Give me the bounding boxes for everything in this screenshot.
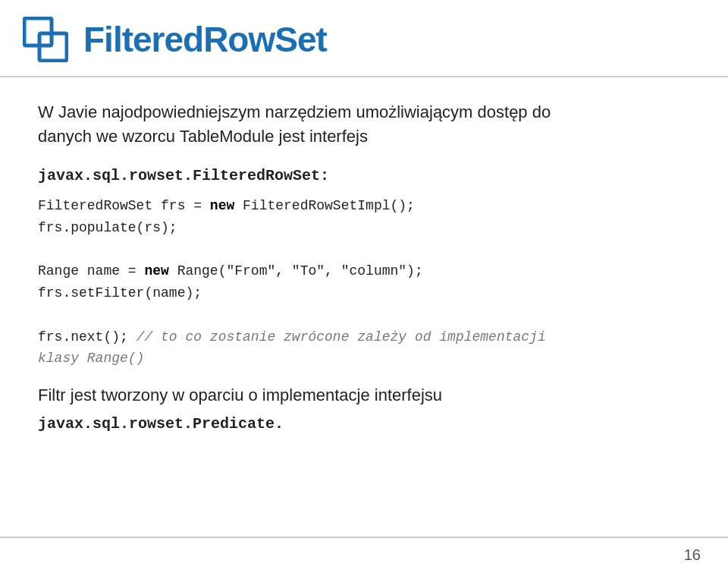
main-content: W Javie najodpowiedniejszym narzędziem u… — [0, 77, 728, 448]
header: FilteredRowSet — [0, 0, 728, 77]
code-block: FilteredRowSet frs = new FilteredRowSetI… — [38, 195, 690, 370]
code-line-6 — [38, 304, 690, 326]
code-line-1: FilteredRowSet frs = new FilteredRowSetI… — [38, 195, 690, 217]
code-line-3 — [38, 238, 690, 260]
page-title: FilteredRowSet — [83, 19, 327, 60]
outro-line1: Filtr jest tworzony w oparciu o implemen… — [38, 386, 442, 404]
code-line-5: frs.setFilter(name); — [38, 282, 690, 304]
intro-paragraph: W Javie najodpowiedniejszym narzędziem u… — [38, 100, 690, 149]
page-number: 16 — [684, 546, 701, 564]
bottom-divider — [0, 537, 728, 538]
intro-line1: W Javie najodpowiedniejszym narzędziem u… — [38, 102, 551, 121]
outro-paragraph: Filtr jest tworzony w oparciu o implemen… — [38, 383, 690, 408]
slide-container: FilteredRowSet W Javie najodpowiedniejsz… — [0, 0, 728, 576]
code-line-8: klasy Range() — [38, 348, 690, 370]
outro-code: javax.sql.rowset.Predicate. — [38, 415, 690, 433]
code-label: javax.sql.rowset.FilteredRowSet: — [38, 167, 690, 184]
intro-line2: danych we wzorcu TableModule jest interf… — [38, 127, 368, 146]
code-line-7: frs.next(); // to co zostanie zwrócone z… — [38, 326, 690, 348]
code-line-4: Range name = new Range("From", "To", "co… — [38, 260, 690, 282]
logo-icon — [23, 17, 68, 62]
code-line-2: frs.populate(rs); — [38, 217, 690, 239]
